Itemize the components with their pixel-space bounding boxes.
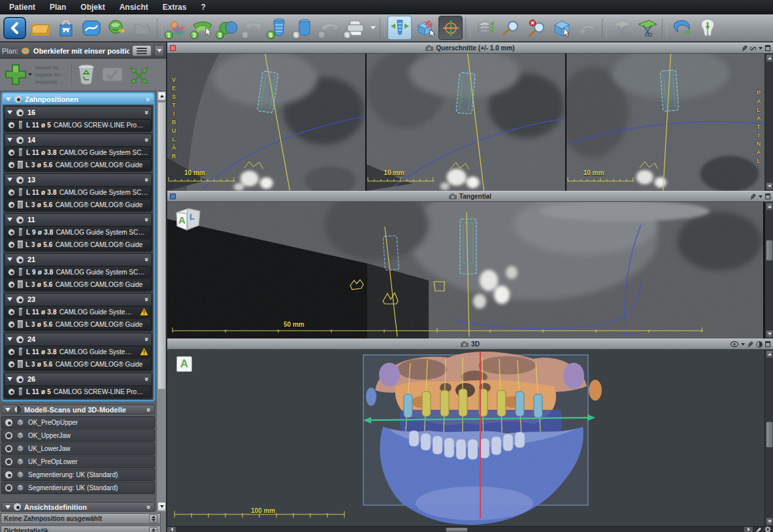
scroll-down-button[interactable] xyxy=(157,502,166,511)
implant-row[interactable]: L 3 ø 5.6CAMLOG® CAMLOG® Guide xyxy=(5,318,151,330)
link-icon[interactable] xyxy=(750,45,756,52)
step-3-merge-button[interactable]: 3 xyxy=(216,16,240,40)
step-5-implant-button[interactable]: 5 xyxy=(267,16,291,40)
tangential-header[interactable]: Tangential xyxy=(167,191,773,202)
radio-icon[interactable] xyxy=(5,432,12,439)
collapse-chevron-icon[interactable]: » xyxy=(144,218,150,222)
ct-slice-1[interactable]: 10 mm VESTIBULÄR xyxy=(167,54,365,191)
model-row[interactable]: OK_UpperJaw xyxy=(1,429,155,442)
radio-icon[interactable] xyxy=(5,484,12,491)
step-8-print-button[interactable]: 8 xyxy=(343,16,367,40)
flip-view-button[interactable] xyxy=(670,16,694,40)
step-2-scan-button[interactable]: 2 xyxy=(190,16,214,40)
scroll-right-button[interactable] xyxy=(744,527,753,532)
shop-order-button[interactable] xyxy=(54,16,78,40)
implant-row[interactable]: L 11 ø 3.8CAMLOG Guide System SCR… xyxy=(5,146,151,158)
menu-plan[interactable]: Plan xyxy=(43,3,73,12)
ct-slice-3[interactable]: 10 mm PALATINAL xyxy=(567,54,765,191)
scrollbar-thumb[interactable] xyxy=(766,422,773,448)
density-statistics-select[interactable]: Dichtestatistik xyxy=(1,525,161,532)
collapse-triangle-icon[interactable] xyxy=(7,258,12,261)
edit-pencil-icon[interactable] xyxy=(755,527,762,532)
panel-dropdown-icon[interactable] xyxy=(759,47,763,50)
zoom-reset-button[interactable] xyxy=(524,16,548,40)
cross-sections-header[interactable]: Querschnitte (+/- 1.0 mm) xyxy=(167,42,773,54)
radio-icon[interactable] xyxy=(8,388,14,394)
radio-icon[interactable] xyxy=(8,189,14,195)
tooth-group-header[interactable]: 23» xyxy=(5,293,152,305)
collapse-chevron-icon[interactable]: » xyxy=(144,297,150,301)
scroll-up-button[interactable] xyxy=(766,350,773,358)
collapse-triangle-icon[interactable] xyxy=(7,218,12,222)
contrast-icon[interactable] xyxy=(756,341,763,348)
tooth-position-select[interactable]: Keine Zahnposition ausgewählt xyxy=(1,513,161,524)
radio-icon[interactable] xyxy=(8,321,14,327)
implant-row[interactable]: L 3 ø 5.6CAMLOG® CAMLOG® Guide xyxy=(5,358,151,370)
tooth-group-header[interactable]: 14» xyxy=(5,134,152,146)
cut-curve-green-button[interactable] xyxy=(635,16,659,40)
model-row[interactable]: OK_PreOpUpper xyxy=(1,416,155,429)
plan-dropdown-button[interactable] xyxy=(154,45,164,56)
implant-row[interactable]: L 3 ø 5.6CAMLOG® CAMLOG® Guide xyxy=(5,159,151,171)
tangential-scrollbar[interactable] xyxy=(765,202,773,339)
collapse-chevron-icon[interactable]: » xyxy=(144,110,150,114)
collapse-triangle-icon[interactable] xyxy=(7,138,12,142)
cross-sections-scrollbar[interactable] xyxy=(765,54,773,191)
tooth-group-header[interactable]: 13» xyxy=(5,174,152,186)
implant-row[interactable]: L 3 ø 5.6CAMLOG® CAMLOG® Guide xyxy=(5,239,151,250)
collapse-chevron-icon[interactable]: » xyxy=(144,138,150,142)
radio-icon[interactable] xyxy=(5,419,12,426)
tooth-insert-button[interactable] xyxy=(695,16,719,40)
step-6-sleeve-button[interactable]: 6 xyxy=(292,16,316,40)
implant-row[interactable]: L 11 ø 3.8CAMLOG Guide System S… xyxy=(5,346,151,357)
collapse-chevron-icon[interactable]: » xyxy=(144,258,150,261)
section-header-tooth-positions[interactable]: Zahnpositionen » xyxy=(3,93,154,105)
maximize-icon[interactable] xyxy=(765,45,770,51)
cross-sections-content[interactable]: 10 mm VESTIBULÄR xyxy=(167,54,773,191)
collapse-triangle-icon[interactable] xyxy=(5,408,10,412)
radio-icon[interactable] xyxy=(16,176,24,184)
implant-row[interactable]: L 9 ø 3.8CAMLOG Guide System SCRE… xyxy=(5,266,151,278)
implant-row[interactable]: L 11 ø 3.8CAMLOG Guide System S… xyxy=(5,306,151,318)
radio-icon[interactable] xyxy=(16,216,24,224)
model-row[interactable]: Segmentierung: UK (Standard) xyxy=(1,469,155,481)
horizontal-scrollbar[interactable] xyxy=(167,526,773,532)
scroll-down-button[interactable] xyxy=(766,182,773,190)
radio-icon[interactable] xyxy=(8,229,14,235)
scroll-down-button[interactable] xyxy=(766,518,773,525)
collapse-chevron-icon[interactable]: » xyxy=(144,337,150,341)
model-row[interactable]: Segmentierung: UK (Standard) xyxy=(1,482,155,494)
section-header-model-scans[interactable]: Modell-Scans und 3D-Modelle » xyxy=(1,405,155,414)
globe-export-button[interactable] xyxy=(105,16,129,40)
maximize-icon[interactable] xyxy=(765,193,770,199)
scroll-down-button[interactable] xyxy=(766,330,773,338)
pin-icon[interactable] xyxy=(750,193,756,200)
collapse-chevron-icon[interactable]: » xyxy=(146,407,152,411)
model-row[interactable]: UK_PreOpLower xyxy=(1,456,155,468)
three-d-scrollbar[interactable] xyxy=(765,350,773,526)
collapse-triangle-icon[interactable] xyxy=(6,97,11,101)
collapse-triangle-icon[interactable] xyxy=(5,505,10,509)
pin-icon[interactable] xyxy=(748,341,753,348)
radio-icon[interactable] xyxy=(8,361,14,367)
tooth-group-header[interactable]: 24» xyxy=(5,333,152,345)
tangential-content[interactable]: A L 50 mm xyxy=(167,202,773,339)
spinner-control[interactable] xyxy=(149,514,157,523)
radio-icon[interactable] xyxy=(16,109,24,116)
collapse-chevron-icon[interactable]: » xyxy=(146,505,152,508)
model-row[interactable]: UK_LowerJaw xyxy=(1,442,155,455)
scrollbar-thumb[interactable] xyxy=(446,527,468,532)
tooth-group-header[interactable]: 21» xyxy=(5,254,152,265)
radio-icon[interactable] xyxy=(8,201,14,207)
collapse-chevron-icon[interactable]: » xyxy=(145,97,152,101)
slice-stack-button[interactable] xyxy=(473,16,497,40)
collapse-triangle-icon[interactable] xyxy=(7,337,12,341)
implant-row[interactable]: L 9 ø 3.8CAMLOG Guide System SCRE… xyxy=(5,226,151,238)
collapse-chevron-icon[interactable]: » xyxy=(144,377,150,381)
implant-row[interactable]: L 3 ø 5.6CAMLOG® CAMLOG® Guide xyxy=(5,278,151,290)
radio-icon[interactable] xyxy=(8,161,14,167)
radio-icon[interactable] xyxy=(8,122,14,127)
collapse-triangle-icon[interactable] xyxy=(7,377,12,381)
spinner-control[interactable] xyxy=(149,527,157,532)
radio-icon[interactable] xyxy=(5,445,12,452)
